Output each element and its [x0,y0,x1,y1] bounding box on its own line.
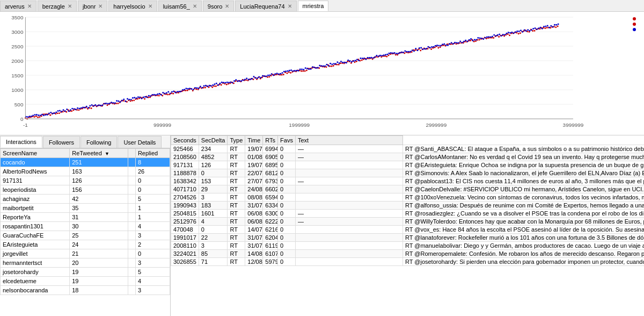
cell-seconds: 3224021 [171,250,199,258]
tab-arverus[interactable]: arverus✕ [0,1,36,11]
tab-harryelsocio[interactable]: harryelsocio✕ [108,1,157,11]
col-header-replied[interactable]: Replied [135,149,170,158]
svg-point-530 [397,53,399,54]
svg-point-542 [419,47,420,49]
svg-point-432 [223,82,224,83]
table-row[interactable]: 2008110 3 RT 31/07/2020 19:52 6119 0 RT … [171,242,645,250]
svg-point-353 [82,106,84,108]
svg-point-314 [546,27,548,28]
col-header-retweeted[interactable]: ReTweeted ▼ [70,149,128,158]
col-header-seconds[interactable]: Seconds [171,136,199,145]
close-icon[interactable]: ✕ [148,3,152,9]
table-row[interactable]: ReporteYa 31 1 [1,213,170,222]
cell-retweeted: 30 [70,222,128,231]
table-row[interactable]: 1638342 153 RT 27/07/2020 13:09 6793 0 —… [171,177,645,185]
left-table-container[interactable]: ScreenName ReTweeted ▼ Replied cocando 2… [0,148,170,316]
cell-dash: — [295,177,402,185]
col-header-time[interactable]: Time [245,136,263,145]
col-header-secdelta[interactable]: SecDelta [199,136,228,145]
table-row[interactable]: josetorohardy 19 5 [1,268,170,277]
table-row[interactable]: 2108560 4852 RT 01/08/2020 23:46 6905 0 … [171,153,645,161]
table-row[interactable]: elcedetueme 19 4 [1,277,170,286]
tab-luisam56_[interactable]: luisam56_✕ [158,1,202,11]
close-icon[interactable]: ✕ [193,3,197,9]
table-row[interactable]: hermanntertsct 20 3 [1,258,170,268]
table-row[interactable]: jorgevillet 21 0 [1,249,170,258]
svg-point-327 [36,114,38,116]
tab-berzagle[interactable]: berzagle✕ [38,1,77,11]
svg-point-553 [438,45,440,47]
cell-favs: 0 [278,177,296,185]
svg-point-544 [422,48,424,50]
svg-point-549 [431,46,433,48]
cell-dash: — [295,145,402,153]
sub-tab-followers[interactable]: Followers [43,136,80,148]
sub-tab-following[interactable]: Following [80,136,117,148]
tab-9soro[interactable]: 9soro✕ [203,1,235,11]
svg-point-619 [555,24,557,26]
sub-tab-user-details[interactable]: User Details [118,136,162,148]
svg-point-438 [233,80,235,82]
legend-tweets [633,17,639,20]
table-row[interactable]: achaginaz 42 5 [1,195,170,204]
close-icon[interactable]: ✕ [27,3,32,9]
sub-tab-interactions[interactable]: Interactions [0,136,42,148]
svg-point-337 [54,112,55,114]
table-row[interactable]: AlbertoRodNews 163 26 [1,167,170,176]
svg-text:3000: 3000 [11,29,24,35]
cell-dash [128,167,135,176]
col-header-screenname[interactable]: ScreenName [1,149,70,158]
table-row[interactable]: rosapantin1301 30 4 [1,222,170,231]
svg-point-378 [127,98,128,100]
table-row[interactable]: maibortpetit 35 1 [1,204,170,213]
table-row[interactable]: cocando 251 8 [1,158,170,167]
close-icon[interactable]: ✕ [225,3,229,9]
col-header-type[interactable]: Type [228,136,245,145]
tab-label: mriestra [303,3,324,9]
svg-point-469 [289,70,290,71]
svg-point-349 [75,109,77,110]
close-icon[interactable]: ✕ [288,3,292,9]
table-row[interactable]: GuaraCuchaFE 25 3 [1,231,170,240]
close-icon[interactable]: ✕ [68,3,72,9]
svg-text:2000: 2000 [11,58,24,64]
tab-jbonr[interactable]: jbonr✕ [78,1,107,11]
table-row[interactable]: nelsonbocaranda 18 3 [1,286,170,295]
table-row[interactable]: 470048 0 RT 14/07/2020 0:38 6216 0 RT @v… [171,226,645,234]
table-row[interactable]: leoperiodista 156 0 [1,185,170,195]
col-header-text[interactable]: Text [295,136,402,145]
table-row[interactable]: 3224021 85 RT 14/08/2020 21:37 6107 0 RT… [171,250,645,258]
cell-secdelta: 71 [199,258,228,266]
svg-point-577 [481,38,482,39]
cell-replied: 0 [135,176,170,185]
table-row[interactable]: 2512976 4 RT 06/08/2020 16:07 6222 0 — R… [171,218,645,226]
right-panel: Seconds SecDelta Type Time RTs Favs Text… [171,135,644,316]
svg-point-26 [34,116,35,118]
col-header-rts[interactable]: RTs [263,136,278,145]
svg-point-354 [84,107,85,109]
table-row[interactable]: 4071710 29 RT 24/08/2020 17:06 6602 0 RT… [171,185,645,193]
svg-point-500 [344,62,346,63]
cell-type: RT [228,202,245,210]
table-row[interactable]: 925466 234 RT 19/07/2020 7:08 6994 0 — R… [171,145,645,153]
svg-point-618 [554,24,555,26]
right-table-container[interactable]: Seconds SecDelta Type Time RTs Favs Text… [171,135,644,316]
table-row[interactable]: EAristeguieta 24 2 [1,240,170,249]
table-row[interactable]: 917131 126 0 [1,176,170,185]
svg-point-358 [91,104,93,106]
table-row[interactable]: 1188878 0 RT 22/07/2020 8:18 6812 0 RT @… [171,169,645,177]
tab-mriestra[interactable]: mriestra [298,1,329,11]
table-row[interactable]: 3026855 71 RT 12/08/2020 14:51 5979 0 RT… [171,258,645,266]
svg-point-408 [180,91,181,92]
table-row[interactable]: 2704526 3 RT 08/08/2020 21:19 6594 0 RT … [171,193,645,202]
close-icon[interactable]: ✕ [98,3,103,9]
table-row[interactable]: 917131 126 RT 19/07/2020 4:49 6895 0 RT … [171,161,645,169]
svg-point-609 [538,27,539,29]
table-row[interactable]: 1990943 183 RT 31/07/2020 15:06 6334 0 R… [171,202,645,210]
table-row[interactable]: 1991017 22 RT 31/07/2020 15:07 6204 0 RT… [171,234,645,242]
col-header-favs[interactable]: Favs [278,136,296,145]
svg-point-606 [532,28,534,30]
tab-LuciaRequena74[interactable]: LuciaRequena74✕ [235,1,296,11]
table-row[interactable]: 2504815 1601 RT 06/08/2020 13:51 6300 0 … [171,210,645,218]
svg-point-574 [475,39,477,40]
